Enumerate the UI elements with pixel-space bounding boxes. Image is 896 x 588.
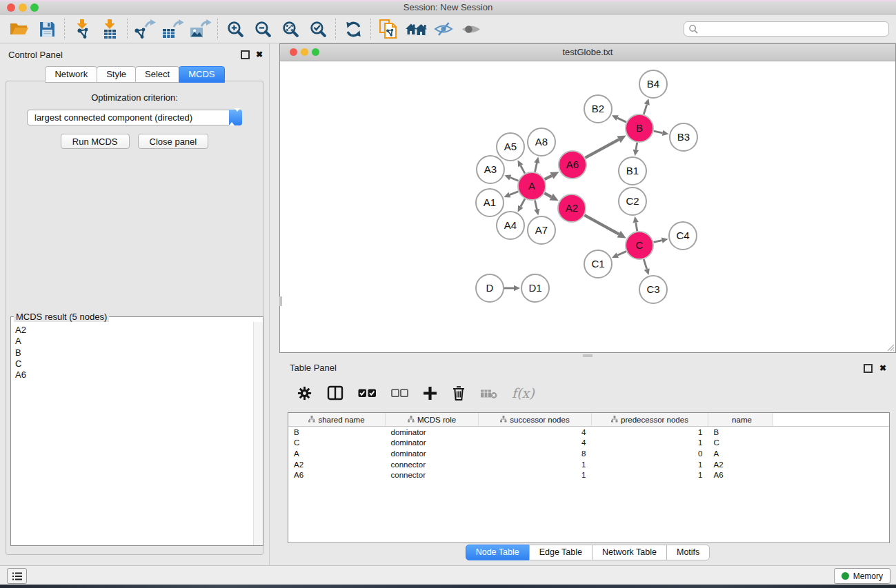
edge-A-A8[interactable]: [534, 156, 539, 172]
tab-network[interactable]: Network: [45, 66, 97, 83]
cell-predecessor-nodes[interactable]: 1: [592, 459, 708, 470]
edge-A-A5[interactable]: [518, 160, 525, 173]
graph-node-D1[interactable]: D1: [521, 274, 549, 302]
result-list-item[interactable]: B: [15, 347, 253, 358]
graph-node-A3[interactable]: A3: [477, 156, 504, 183]
cell-predecessor-nodes[interactable]: 0: [592, 448, 708, 459]
task-history-button[interactable]: [7, 568, 27, 584]
table-tab-motifs[interactable]: Motifs: [666, 545, 710, 560]
graph-node-A6[interactable]: A6: [559, 151, 586, 179]
network-canvas[interactable]: B4B2BB3A8A5A6A3B1AC2A1A2A4A7C4CC1DD1C3: [280, 61, 895, 353]
cell-mcds-role[interactable]: dominator: [386, 438, 479, 449]
homes-icon[interactable]: [402, 17, 430, 41]
select-all-icon[interactable]: [358, 388, 377, 398]
graph-node-C1[interactable]: C1: [584, 250, 612, 278]
result-list-item[interactable]: C: [15, 358, 253, 369]
edge-A-A1[interactable]: [504, 192, 518, 198]
table-row-A6[interactable]: A6connector11A6: [288, 469, 889, 480]
cell-mcds-role[interactable]: connector: [386, 459, 479, 470]
cell-mcds-role[interactable]: dominator: [386, 427, 479, 438]
cell-successor-nodes[interactable]: 1: [479, 469, 592, 480]
network-horizontal-scrollbar[interactable]: [583, 354, 593, 357]
search-field[interactable]: [684, 21, 889, 37]
network-window-title-bar[interactable]: testGlobe.txt: [280, 44, 895, 61]
result-list-item[interactable]: A: [15, 336, 253, 347]
close-panel-icon[interactable]: ✖: [879, 364, 886, 372]
table-tab-edge-table[interactable]: Edge Table: [529, 545, 593, 560]
edge-A-A7[interactable]: [534, 201, 539, 216]
cell-name[interactable]: A6: [708, 469, 773, 480]
edge-C-C4[interactable]: [653, 238, 668, 243]
cell-name[interactable]: A2: [708, 459, 773, 470]
column-header-name[interactable]: name: [708, 413, 773, 427]
cell-predecessor-nodes[interactable]: 1: [592, 438, 708, 449]
tab-style[interactable]: Style: [97, 66, 136, 83]
zoom-in-icon[interactable]: [221, 17, 249, 41]
graph-node-A5[interactable]: A5: [497, 133, 524, 161]
run-mcds-button[interactable]: Run MCDS: [61, 134, 130, 149]
edge-C-C1[interactable]: [612, 252, 626, 258]
float-panel-icon[interactable]: [241, 50, 250, 59]
column-header-predecessor-nodes[interactable]: predecessor nodes: [592, 413, 708, 427]
cell-shared-name[interactable]: A2: [288, 459, 386, 470]
close-panel-icon[interactable]: ✖: [256, 50, 263, 59]
open-session-icon[interactable]: [6, 17, 33, 41]
table-settings-icon[interactable]: [297, 385, 312, 401]
graph-node-B1[interactable]: B1: [619, 157, 646, 185]
cell-name[interactable]: B: [708, 427, 773, 438]
edge-A2-C[interactable]: [584, 215, 626, 238]
refresh-icon[interactable]: [339, 17, 367, 41]
export-image-icon[interactable]: [186, 17, 214, 41]
graph-node-B4[interactable]: B4: [639, 70, 667, 98]
select-stepper-icon[interactable]: [229, 110, 242, 125]
graph-node-C2[interactable]: C2: [619, 187, 646, 215]
import-table-icon[interactable]: [96, 17, 123, 41]
zoom-selected-icon[interactable]: [304, 17, 332, 41]
add-column-icon[interactable]: [423, 386, 437, 401]
graph-node-A[interactable]: A: [518, 172, 546, 200]
edge-B-B1[interactable]: [633, 143, 639, 156]
cell-shared-name[interactable]: A6: [288, 469, 386, 480]
cell-name[interactable]: C: [708, 438, 773, 449]
graph-node-B2[interactable]: B2: [584, 95, 612, 123]
delete-table-icon[interactable]: [480, 387, 497, 399]
result-list-item[interactable]: A2: [15, 325, 253, 336]
window-resize-grip[interactable]: [886, 343, 895, 352]
delete-column-icon[interactable]: [452, 385, 466, 401]
edge-A-A3[interactable]: [504, 175, 518, 181]
close-panel-button[interactable]: Close panel: [138, 134, 209, 149]
edge-C-C3[interactable]: [644, 259, 649, 275]
function-builder-icon[interactable]: f(x): [512, 385, 535, 401]
cell-shared-name[interactable]: C: [288, 438, 386, 449]
edge-B-B4[interactable]: [644, 99, 649, 114]
graph-node-A4[interactable]: A4: [497, 212, 524, 239]
criterion-select[interactable]: largest connected component (directed): [27, 110, 242, 125]
table-tab-node-table[interactable]: Node Table: [466, 545, 530, 560]
cell-successor-nodes[interactable]: 4: [479, 438, 592, 449]
edge-B-B2[interactable]: [612, 115, 626, 122]
graph-node-A2[interactable]: A2: [558, 194, 586, 222]
cell-predecessor-nodes[interactable]: 1: [592, 469, 708, 480]
cell-mcds-role[interactable]: dominator: [386, 448, 479, 459]
export-network-icon[interactable]: [131, 17, 159, 41]
edge-B-B3[interactable]: [654, 130, 669, 136]
zoom-out-icon[interactable]: [249, 17, 277, 41]
float-panel-icon[interactable]: [864, 364, 873, 373]
graph-node-B[interactable]: B: [626, 114, 653, 142]
clone-network-icon[interactable]: [375, 17, 402, 41]
graph-node-B3[interactable]: B3: [670, 123, 697, 151]
deselect-all-icon[interactable]: [391, 389, 408, 398]
edge-A-A4[interactable]: [518, 199, 525, 212]
graph-node-C3[interactable]: C3: [639, 276, 667, 303]
search-input[interactable]: [699, 22, 888, 36]
column-header-successor-nodes[interactable]: successor nodes: [479, 413, 592, 427]
cell-predecessor-nodes[interactable]: 1: [592, 427, 708, 438]
show-columns-icon[interactable]: [327, 385, 344, 401]
hide-graphics-icon[interactable]: [430, 17, 457, 41]
table-row-C[interactable]: Cdominator41C: [288, 438, 889, 449]
node-table[interactable]: shared nameMCDS rolesuccessor nodesprede…: [288, 412, 890, 543]
result-list-scrollbar[interactable]: [253, 322, 263, 545]
graph-node-D[interactable]: D: [476, 274, 504, 302]
graph-node-A7[interactable]: A7: [528, 216, 555, 244]
graph-node-A1[interactable]: A1: [476, 189, 504, 216]
